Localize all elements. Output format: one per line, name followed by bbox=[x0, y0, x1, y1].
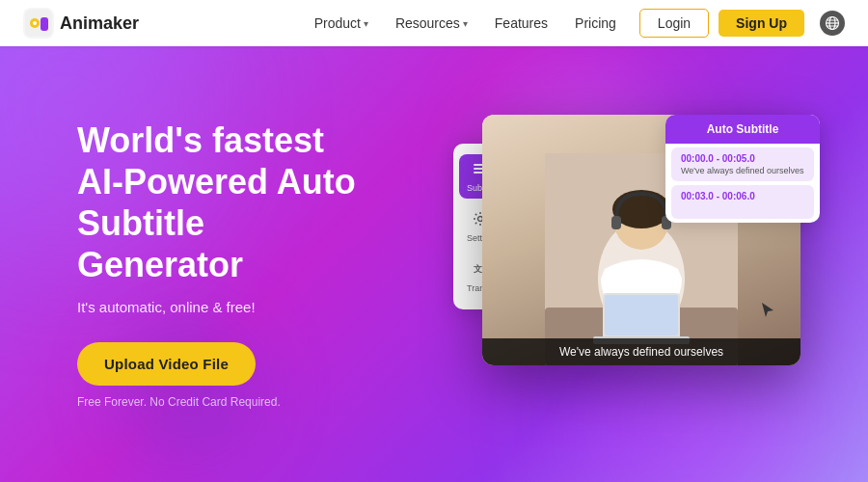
subtitle-entry-1[interactable]: 00:00.0 - 00:05.0 We've always defined o… bbox=[671, 147, 814, 181]
logo-icon bbox=[23, 8, 54, 39]
logo-text: Animaker bbox=[60, 13, 139, 34]
subtitle-text-2 bbox=[681, 203, 804, 213]
mockup-container: Subtitle Setting 文A Translation bbox=[453, 115, 820, 414]
subtitle-text-1: We've always defined ourselves bbox=[681, 166, 804, 175]
navbar: Animaker Product ▾ Resources ▾ Features … bbox=[0, 0, 868, 46]
auto-subtitle-header: Auto Subtitle bbox=[665, 115, 820, 144]
svg-rect-2 bbox=[41, 17, 48, 31]
subtitle-bar: We've always defined ourselves bbox=[482, 338, 800, 365]
cursor-icon bbox=[758, 301, 777, 325]
chevron-down-icon: ▾ bbox=[463, 18, 468, 29]
chevron-down-icon: ▾ bbox=[364, 18, 368, 29]
logo-link[interactable]: Animaker bbox=[23, 8, 139, 39]
nav-features[interactable]: Features bbox=[495, 15, 548, 31]
svg-point-3 bbox=[33, 21, 37, 25]
subtitle-time-1: 00:00.0 - 00:05.0 bbox=[681, 153, 804, 164]
login-button[interactable]: Login bbox=[639, 9, 709, 38]
nav-resources[interactable]: Resources ▾ bbox=[395, 15, 468, 31]
svg-rect-22 bbox=[605, 295, 678, 335]
svg-rect-19 bbox=[611, 216, 621, 229]
signup-button[interactable]: Sign Up bbox=[719, 10, 804, 37]
hero-subtitle: It's automatic, online & free! bbox=[77, 299, 366, 315]
globe-icon[interactable] bbox=[820, 11, 845, 36]
nav-pricing[interactable]: Pricing bbox=[575, 15, 616, 31]
hero-section: World's fastest AI-Powered Auto Subtitle… bbox=[0, 46, 868, 482]
auto-subtitle-panel: Auto Subtitle 00:00.0 - 00:05.0 We've al… bbox=[665, 115, 820, 223]
subtitle-entry-2[interactable]: 00:03.0 - 00:06.0 bbox=[671, 185, 814, 219]
hero-title: World's fastest AI-Powered Auto Subtitle… bbox=[77, 120, 366, 286]
nav-product[interactable]: Product ▾ bbox=[314, 15, 368, 31]
hero-left: World's fastest AI-Powered Auto Subtitle… bbox=[0, 120, 405, 410]
hero-fine-print: Free Forever. No Credit Card Required. bbox=[77, 395, 366, 409]
upload-button[interactable]: Upload Video File bbox=[77, 342, 256, 386]
subtitle-time-2: 00:03.0 - 00:06.0 bbox=[681, 191, 804, 201]
nav-actions: Login Sign Up bbox=[639, 9, 845, 38]
hero-right: Subtitle Setting 文A Translation bbox=[453, 115, 820, 414]
nav-links: Product ▾ Resources ▾ Features Pricing bbox=[314, 15, 616, 31]
